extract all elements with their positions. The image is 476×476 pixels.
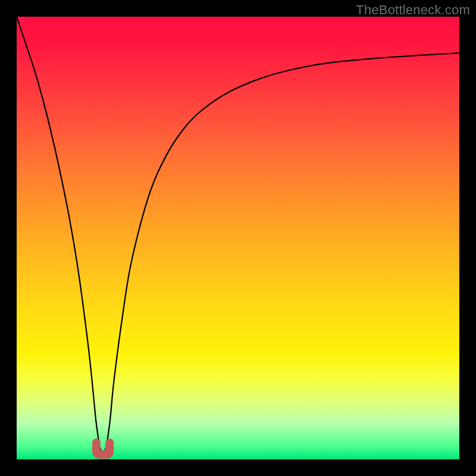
chart-plot-area bbox=[17, 17, 459, 459]
valley-marker bbox=[96, 443, 109, 455]
bottleneck-curve bbox=[17, 17, 459, 454]
chart-frame: TheBottleneck.com bbox=[0, 0, 476, 476]
watermark-text: TheBottleneck.com bbox=[356, 2, 470, 18]
chart-svg bbox=[17, 17, 459, 459]
